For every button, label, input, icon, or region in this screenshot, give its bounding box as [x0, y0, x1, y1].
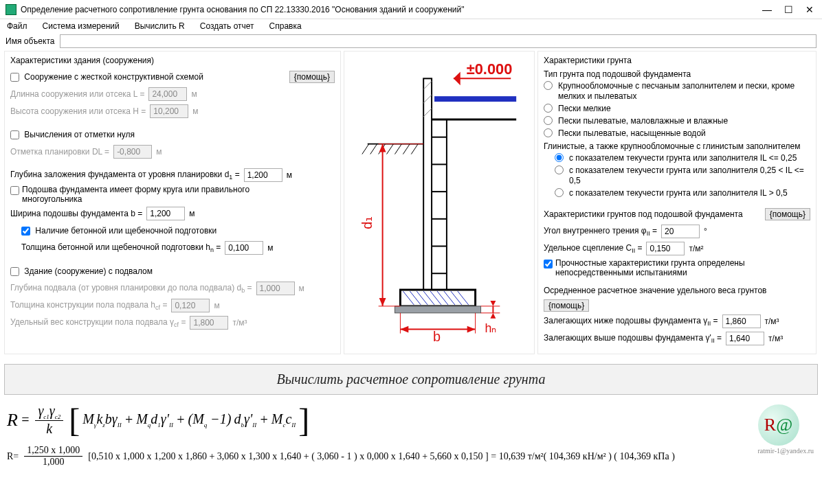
hcf-label: Толщина конструкции пола подвала hcf = [10, 300, 167, 311]
svg-line-9 [387, 144, 394, 154]
svg-line-6 [362, 144, 369, 154]
logo: R@ ratmir-1@yandex.ru [758, 404, 814, 455]
minimize-button[interactable]: — [762, 4, 772, 15]
foundation-diagram: ±0.000 [347, 54, 531, 350]
svg-marker-43 [467, 326, 476, 333]
menu-system[interactable]: Система измерений [43, 21, 120, 31]
svg-line-7 [370, 144, 377, 154]
menu-compute[interactable]: Вычислить R [135, 21, 185, 31]
help-weight-button[interactable]: {помощь} [544, 299, 589, 312]
soil-radio-silty-moist[interactable]: Пески пылеватые, маловлажные и влажные [544, 116, 810, 126]
menu-file[interactable]: Файл [7, 21, 27, 31]
maximize-button[interactable]: ☐ [784, 4, 793, 15]
width-input[interactable] [146, 207, 185, 220]
svg-marker-50 [490, 301, 496, 306]
above-label: Залегающих выше подошвы фундамента γ'II … [544, 333, 722, 344]
soil-radio-coarse[interactable]: Крупнообломочные с песчаным заполнителем… [544, 81, 810, 102]
phi-input[interactable] [661, 225, 700, 238]
svg-rect-34 [395, 306, 480, 313]
svg-text:hₙ: hₙ [485, 321, 497, 335]
gcf-label: Удельный вес конструкции пола подвала γc… [10, 317, 186, 328]
formula-numeric: R= 1,250 x 1,000 1,000 [0,510 x 1,000 x … [7, 445, 815, 468]
length-label: Длинна сооружения или отсека L = [10, 89, 144, 99]
above-input[interactable] [726, 332, 764, 345]
depth-input[interactable] [244, 168, 282, 182]
below-input[interactable] [722, 314, 761, 328]
help-soil-button[interactable]: {помощь} [765, 208, 810, 220]
c-label: Удельное сцепление CII = [544, 243, 642, 254]
app-icon [5, 4, 16, 15]
building-title: Характеристики здания (сооружения) [10, 56, 335, 65]
soil-title: Характеристики грунта [544, 56, 810, 65]
close-button[interactable]: ✕ [806, 4, 814, 15]
depth-label: Глубина заложения фундамента от уровня п… [10, 170, 240, 181]
menu-help[interactable]: Справка [269, 21, 302, 31]
svg-marker-37 [379, 298, 386, 306]
height-label: Высота сооружения или отсека H = [10, 106, 146, 116]
soil-radio-fine-sand[interactable]: Пески мелкие [544, 104, 810, 114]
soil-panel: Характеристики грунта Тип грунта под под… [537, 51, 817, 354]
db-label: Глубина подвала (от уровня планировки до… [10, 283, 252, 294]
help-building-button[interactable]: {помощь} [289, 71, 335, 83]
soil-props-title: Характеристики грунтов под подошвой фунд… [544, 209, 743, 219]
logo-icon: R@ [758, 404, 799, 446]
basement-check[interactable]: Здание (сооружение) с подвалом [10, 266, 153, 276]
diagram-panel: ±0.000 [344, 51, 535, 354]
from-zero-check[interactable]: Вычисления от отметки нуля [10, 130, 135, 139]
soil-type-title: Тип грунта под подошвой фундамента [544, 69, 810, 79]
window-title: Определение расчетного сопротивление гру… [21, 5, 762, 14]
soil-radio-silty-sat[interactable]: Пески пылеватые, насыщенные водой [544, 128, 810, 139]
clay-subtitle: Глинистые, а также крупнообломочные с гл… [544, 141, 810, 151]
dl-label: Отметка планировки DL = [10, 147, 109, 157]
rigid-scheme-check[interactable]: Сооружение с жесткой конструктивной схем… [10, 72, 203, 82]
logo-email: ratmir-1@yandex.ru [758, 447, 814, 455]
calculate-button[interactable]: Вычислить расчетное сопротивление грунта [4, 364, 818, 395]
direct-tests-check[interactable]: Прочностные характеристики грунта опреде… [544, 258, 810, 277]
db-input [256, 282, 295, 295]
formula-main: R = γc1γc2 k [ MγkzbγII + Mqd1γ'II + (Mq… [7, 403, 815, 437]
soil-radio-ilgt05[interactable]: с показателем текучести грунта или запол… [555, 188, 810, 198]
svg-line-10 [395, 144, 401, 154]
object-name-input[interactable] [60, 34, 817, 48]
svg-text:b: b [433, 329, 441, 344]
menu-report[interactable]: Создать отчет [200, 21, 254, 31]
svg-marker-2 [454, 71, 460, 85]
dl-input [113, 145, 152, 159]
svg-marker-36 [379, 144, 386, 152]
phi-label: Угол внутреннего трения φII = [544, 226, 657, 237]
object-name-label: Имя объекта [5, 36, 54, 46]
width-label: Ширина подошвы фундамента b = [10, 209, 142, 218]
svg-text:±0.000: ±0.000 [467, 60, 513, 78]
soil-radio-il025[interactable]: с показателем текучести грунта или запол… [555, 153, 810, 163]
soil-radio-il05[interactable]: с показателем текучести грунта или запол… [555, 165, 810, 186]
below-label: Залегающих ниже подошвы фундамента γII = [544, 316, 718, 327]
formula-area: R@ ratmir-1@yandex.ru R = γc1γc2 k [ Mγk… [0, 400, 822, 474]
avg-weight-title: Осредненное расчетное значение удельного… [544, 286, 766, 295]
menu-bar: Файл Система измерений Вычислить R Созда… [0, 19, 822, 33]
hn-label: Толщина бетонной или щебеночной подготов… [21, 242, 221, 253]
gcf-input [190, 316, 228, 330]
svg-line-12 [411, 144, 418, 154]
building-panel: Характеристики здания (сооружения) Соору… [4, 51, 341, 354]
hcf-input [171, 299, 210, 312]
title-bar: Определение расчетного сопротивление гру… [0, 0, 822, 19]
svg-text:d₁: d₁ [359, 216, 375, 229]
length-input [148, 87, 187, 101]
hn-input[interactable] [225, 241, 263, 255]
height-input [150, 104, 188, 118]
svg-marker-51 [490, 313, 496, 319]
svg-line-11 [403, 144, 410, 154]
svg-marker-42 [400, 326, 408, 333]
circle-base-check[interactable]: Подошва фундамента имеет форму круга или… [10, 185, 311, 204]
concrete-check[interactable]: Наличие бетонной или щебеночной подготов… [21, 226, 216, 236]
c-input[interactable] [646, 242, 685, 255]
svg-rect-3 [434, 96, 516, 102]
